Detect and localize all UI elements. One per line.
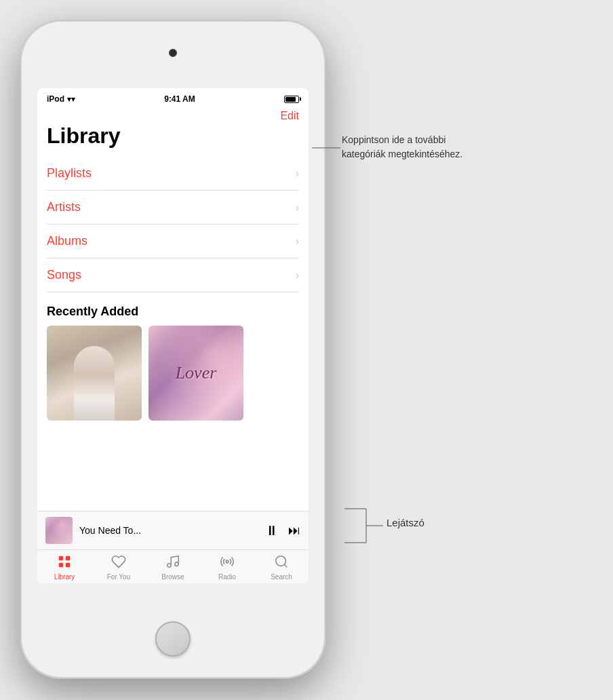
svg-rect-2: [59, 563, 63, 567]
mini-player[interactable]: You Need To... ⏸ ⏭: [37, 511, 309, 549]
time-display: 9:41 AM: [164, 94, 195, 104]
tab-radio[interactable]: Radio: [200, 554, 254, 581]
home-button[interactable]: [155, 621, 191, 657]
scene: iPod ▾▾ 9:41 AM Edit: [0, 0, 613, 700]
album-thumb-2[interactable]: Lover: [149, 326, 243, 421]
note-icon: [165, 554, 180, 572]
search-icon: [274, 554, 289, 572]
heart-icon: [111, 554, 126, 572]
tab-library[interactable]: Library: [37, 554, 92, 581]
status-bar: iPod ▾▾ 9:41 AM: [37, 88, 309, 107]
tab-library-label: Library: [54, 573, 75, 581]
tab-bar: Library For You: [37, 549, 309, 583]
screen-area: iPod ▾▾ 9:41 AM Edit: [37, 88, 309, 583]
svg-point-5: [175, 562, 179, 566]
ipod-device: iPod ▾▾ 9:41 AM Edit: [20, 20, 325, 678]
songs-chevron: ›: [296, 269, 299, 281]
tab-for-you[interactable]: For You: [92, 554, 146, 581]
camera: [169, 49, 177, 57]
edit-row: Edit: [47, 107, 299, 122]
tab-for-you-label: For You: [107, 573, 130, 581]
svg-point-6: [226, 560, 229, 563]
skip-button[interactable]: ⏭: [288, 524, 300, 538]
album-grid: Lover: [47, 326, 299, 421]
playlists-label: Playlists: [47, 166, 92, 180]
main-content: Edit Library Playlists › Artists ›: [37, 107, 309, 511]
svg-line-8: [284, 564, 287, 567]
edit-annotation-text: Koppintson ide a további kategóriák megt…: [342, 133, 484, 161]
svg-rect-3: [66, 563, 70, 567]
menu-item-artists[interactable]: Artists ›: [47, 191, 299, 225]
svg-point-4: [167, 564, 172, 568]
library-title: Library: [47, 123, 299, 149]
battery-icon: [284, 96, 299, 103]
status-right: [284, 96, 299, 103]
status-left: iPod ▾▾: [47, 94, 75, 104]
album-thumb-1[interactable]: [47, 326, 142, 421]
tab-search[interactable]: Search: [254, 554, 309, 581]
svg-rect-0: [59, 556, 63, 560]
mini-album-art: [45, 517, 73, 544]
carrier-label: iPod: [47, 94, 64, 104]
wifi-icon: ▾▾: [67, 95, 75, 104]
player-controls: ⏸ ⏭: [265, 523, 300, 539]
tab-radio-label: Radio: [218, 573, 236, 581]
tab-browse[interactable]: Browse: [146, 554, 200, 581]
mini-track-name: You Need To...: [79, 525, 258, 536]
pause-button[interactable]: ⏸: [265, 523, 279, 539]
menu-item-albums[interactable]: Albums ›: [47, 225, 299, 258]
battery-fill: [285, 97, 296, 102]
artists-label: Artists: [47, 200, 81, 214]
edit-button[interactable]: Edit: [280, 110, 299, 122]
svg-rect-1: [66, 556, 70, 560]
player-annotation-text: Lejátszó: [387, 517, 424, 528]
menu-list: Playlists › Artists › Albums › Songs: [47, 157, 299, 292]
tab-browse-label: Browse: [161, 573, 184, 581]
radio-icon: [220, 554, 235, 572]
albums-chevron: ›: [296, 235, 299, 248]
artists-chevron: ›: [296, 201, 299, 214]
songs-label: Songs: [47, 268, 81, 282]
svg-point-7: [276, 556, 286, 566]
albums-label: Albums: [47, 234, 87, 248]
menu-item-songs[interactable]: Songs ›: [47, 258, 299, 292]
menu-item-playlists[interactable]: Playlists ›: [47, 157, 299, 191]
screen: iPod ▾▾ 9:41 AM Edit: [37, 88, 309, 583]
tab-search-label: Search: [271, 573, 292, 581]
album-2-title: Lover: [176, 363, 217, 383]
recently-added-title: Recently Added: [47, 305, 299, 319]
library-icon: [57, 554, 72, 572]
playlists-chevron: ›: [296, 168, 299, 180]
